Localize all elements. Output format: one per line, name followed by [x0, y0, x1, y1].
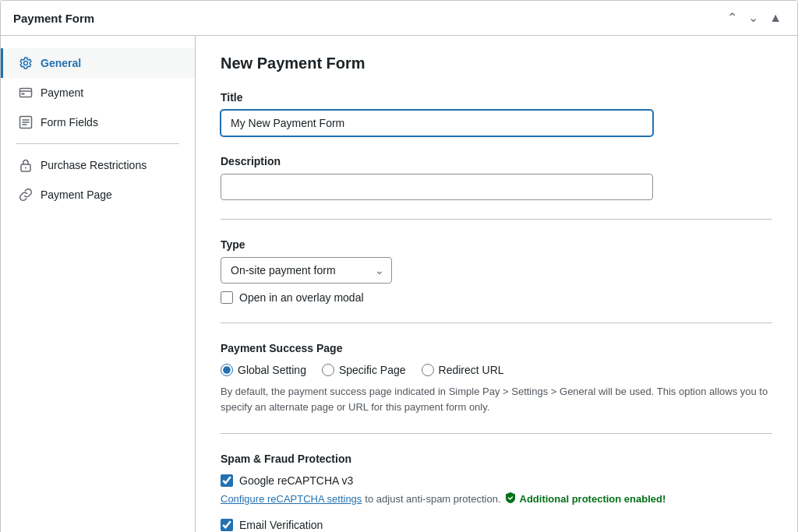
recaptcha-link[interactable]: Configure reCAPTCHA settings: [221, 493, 362, 505]
sidebar-item-form-fields[interactable]: Form Fields: [1, 107, 195, 137]
svg-point-4: [25, 167, 26, 169]
overlay-checkbox[interactable]: [221, 291, 233, 304]
credit-card-icon: [19, 86, 33, 100]
recaptcha-label: Google reCAPTCHA v3: [239, 474, 353, 487]
overlay-label: Open in an overlay modal: [239, 291, 364, 304]
radio-global-setting-label: Global Setting: [238, 364, 306, 376]
link-icon: [19, 188, 33, 202]
description-label: Description: [221, 155, 772, 167]
email-label: Email Verification: [239, 519, 323, 531]
email-checkbox[interactable]: [221, 519, 233, 531]
collapse-down-button[interactable]: ⌄: [745, 10, 761, 26]
main-content: New Payment Form Title Description Type …: [196, 36, 797, 532]
payment-success-section: Payment Success Page Global Setting Spec…: [221, 342, 772, 414]
payment-form-window: Payment Form ⌃ ⌄ ▲ General: [0, 0, 798, 532]
sidebar-label-purchase-restrictions: Purchase Restrictions: [41, 159, 147, 171]
radio-redirect-url: Redirect URL: [422, 364, 504, 376]
main-layout: General Payment: [1, 36, 797, 532]
sidebar-item-purchase-restrictions[interactable]: Purchase Restrictions: [1, 150, 195, 180]
recaptcha-link-suffix: to adjust anti-spam protection.: [365, 493, 500, 505]
sidebar-label-general: General: [41, 57, 81, 69]
gear-icon: [19, 56, 33, 70]
divider-3: [221, 433, 772, 434]
radio-global-setting: Global Setting: [221, 364, 306, 376]
radio-redirect-url-label: Redirect URL: [439, 364, 504, 376]
spam-fraud-heading: Spam & Fraud Protection: [221, 453, 772, 465]
page-title: New Payment Form: [221, 55, 772, 72]
payment-success-heading: Payment Success Page: [221, 342, 772, 354]
recaptcha-protection-row: Configure reCAPTCHA settings to adjust a…: [221, 491, 772, 506]
description-input[interactable]: [221, 174, 653, 200]
type-label: Type: [221, 238, 772, 251]
sidebar-label-payment: Payment: [41, 86, 83, 99]
svg-rect-1: [22, 93, 25, 95]
sidebar-item-payment-page[interactable]: Payment Page: [1, 180, 195, 210]
shield-icon-recaptcha: [504, 491, 517, 506]
type-select[interactable]: On-site payment form Off-site payment fo…: [221, 257, 392, 284]
sidebar-label-form-fields: Form Fields: [41, 116, 98, 129]
window-controls: ⌃ ⌄ ▲: [724, 10, 785, 26]
sidebar-divider: [16, 143, 179, 144]
radio-specific-page-label: Specific Page: [339, 364, 406, 376]
collapse-up-button[interactable]: ⌃: [724, 10, 740, 26]
payment-success-radio-group: Global Setting Specific Page Redirect UR…: [221, 364, 772, 376]
title-input[interactable]: [221, 110, 653, 136]
recaptcha-badge: Additional protection enabled!: [504, 491, 666, 506]
sidebar-item-general[interactable]: General: [1, 48, 195, 78]
lock-icon: [19, 158, 33, 172]
radio-global-setting-input[interactable]: [221, 364, 233, 376]
radio-specific-page: Specific Page: [322, 364, 406, 376]
spam-fraud-section: Spam & Fraud Protection Google reCAPTCHA…: [221, 453, 772, 532]
payment-success-help-text: By default, the payment success page ind…: [221, 384, 772, 414]
type-section: Type On-site payment form Off-site payme…: [221, 238, 772, 304]
expand-button[interactable]: ▲: [766, 10, 785, 26]
svg-rect-0: [20, 89, 32, 97]
overlay-checkbox-row: Open in an overlay modal: [221, 291, 772, 304]
divider-1: [221, 219, 772, 220]
window-header: Payment Form ⌃ ⌄ ▲: [1, 1, 797, 36]
email-checkbox-row: Email Verification: [221, 519, 772, 531]
form-icon: [19, 115, 33, 129]
radio-redirect-url-input[interactable]: [422, 364, 434, 376]
title-section: Title: [221, 91, 772, 136]
description-section: Description: [221, 155, 772, 200]
recaptcha-checkbox-row: Google reCAPTCHA v3: [221, 474, 772, 487]
sidebar-label-payment-page: Payment Page: [41, 188, 112, 201]
divider-2: [221, 322, 772, 323]
title-label: Title: [221, 91, 772, 104]
recaptcha-checkbox[interactable]: [221, 474, 233, 487]
window-title: Payment Form: [13, 12, 94, 25]
sidebar-item-payment[interactable]: Payment: [1, 78, 195, 107]
radio-specific-page-input[interactable]: [322, 364, 334, 376]
type-select-wrapper: On-site payment form Off-site payment fo…: [221, 257, 392, 284]
recaptcha-badge-text: Additional protection enabled!: [520, 493, 666, 505]
sidebar: General Payment: [1, 36, 196, 532]
